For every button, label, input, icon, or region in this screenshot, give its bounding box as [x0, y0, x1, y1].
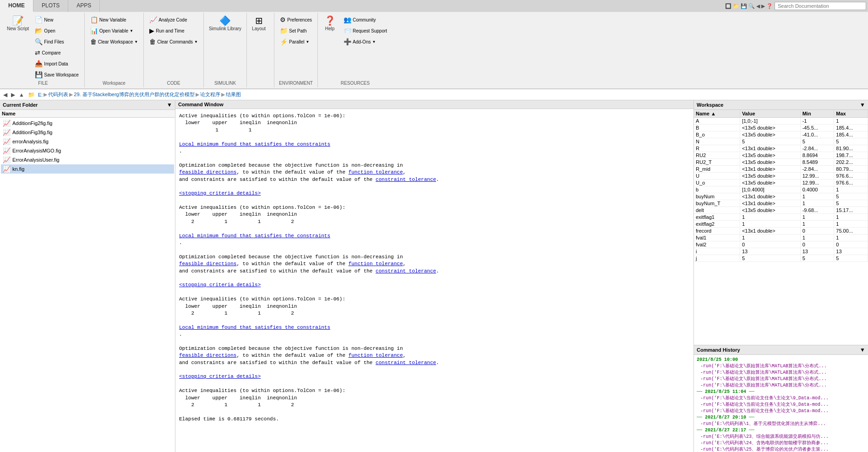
cmd-link[interactable]: constraint tolerance — [376, 360, 436, 365]
list-item[interactable]: -run('F:\基础论文\原始算法库\MATLAB算法库\分布式... — [696, 370, 866, 376]
nav-browse[interactable]: 📁 — [27, 92, 36, 98]
list-item[interactable]: -run('F:\基础论文\原始算法库\MATLAB算法库\分布式... — [696, 363, 866, 370]
list-item[interactable]: -run('F:\基础论文\当前论文任务\主论文\9_Data-mod... — [696, 395, 866, 402]
cmd-link[interactable]: feasible directions — [179, 169, 236, 175]
path-segment-3[interactable]: 29. 基于Stackelberg博弈的光伏用户群的优化定价模型 — [74, 91, 194, 98]
parallel-button[interactable]: ⚡ Parallel ▼ — [277, 37, 315, 47]
table-row[interactable]: exitflag1111 — [694, 214, 868, 221]
table-row[interactable]: b[1;0.4000]0.40001 — [694, 186, 868, 193]
clear-commands-button[interactable]: 🗑 Clear Commands ▼ — [147, 37, 201, 47]
table-row[interactable]: R<13x1 double>-2.84...81.90... — [694, 145, 868, 152]
table-row[interactable]: fval2000 — [694, 241, 868, 248]
cmd-link[interactable]: <stopping criteria details> — [179, 374, 261, 379]
analyze-code-button[interactable]: 📈 Analyze Code — [147, 15, 201, 25]
table-row[interactable]: delt<13x5 double>-9.68...15.17... — [694, 207, 868, 214]
table-row[interactable]: B<13x5 double>-45.5...185.4... — [694, 125, 868, 131]
cmd-link[interactable]: <stopping criteria details> — [179, 282, 261, 288]
tab-plots[interactable]: PLOTS — [33, 0, 68, 12]
nav-up[interactable]: ▲ — [17, 92, 26, 98]
new-script-button[interactable]: 📝 New Script — [5, 15, 31, 33]
tab-apps[interactable]: APPS — [68, 0, 100, 12]
path-segment-1[interactable]: E: — [38, 92, 43, 98]
list-item[interactable]: 📈 ErrorAnalysisMGO.fig — [1, 146, 174, 155]
list-item[interactable]: -run('E:\代码列表\25、基于博弈论的光伏户消者参主策... — [696, 447, 866, 452]
table-row[interactable]: frecord<13x1 double>075.00... — [694, 228, 868, 234]
cmd-link[interactable]: feasible directions — [179, 261, 236, 267]
command-window-content[interactable]: Active inequalities (to within options.T… — [175, 109, 693, 452]
table-row[interactable]: U<13x5 double>12.99...976.6... — [694, 173, 868, 180]
cmd-link[interactable]: function tolerance — [349, 261, 403, 267]
list-item[interactable]: ── 2021/8/27 22:17 ── — [696, 427, 866, 434]
run-and-time-button[interactable]: ▶ Run and Time — [147, 26, 201, 36]
request-support-button[interactable]: 📨 Request Support — [341, 26, 390, 36]
help-button[interactable]: ❓ Help — [321, 15, 339, 33]
table-row[interactable]: N555 — [694, 138, 868, 145]
list-item[interactable]: -run('F:\基础论文\原始算法库\MATLAB算法库\分布式... — [696, 382, 866, 389]
list-item[interactable]: -run('E:\代码列表\1、基于元模型优化算法的主从博弈... — [696, 421, 866, 427]
find-files-button[interactable]: 🔍 Find Files — [32, 37, 81, 47]
tab-home[interactable]: HOME — [0, 0, 33, 12]
table-row[interactable]: j555 — [694, 255, 868, 262]
history-content[interactable]: 2021/8/25 10:00-run('F:\基础论文\原始算法库\MATLA… — [694, 355, 868, 452]
cmd-link[interactable]: feasible directions — [179, 353, 236, 358]
table-row[interactable]: A[1,0;-1]-11 — [694, 118, 868, 125]
clear-workspace-button[interactable]: 🗑 Clear Workspace ▼ — [87, 37, 141, 47]
table-row[interactable]: buyNum<13x1 double>15 — [694, 193, 868, 200]
list-item[interactable]: 2021/8/25 10:00 — [696, 357, 866, 363]
list-item[interactable]: 📈 errorAnalysis.fig — [1, 137, 174, 146]
new-button[interactable]: 📄 New — [32, 15, 81, 25]
table-row[interactable]: fval1111 — [694, 234, 868, 241]
cmd-link[interactable]: function tolerance — [349, 353, 403, 358]
open-button[interactable]: 📂 Open — [32, 26, 81, 36]
table-row[interactable]: RU2_T<13x5 double>8.5489202.2... — [694, 159, 868, 166]
table-row[interactable]: B_o<13x5 double>-41.0...185.4... — [694, 131, 868, 138]
list-item[interactable]: -run('E:\代码列表\23、综合能源系统能源交易模拟与仿... — [696, 434, 866, 440]
cmd-link[interactable]: Local minimum found that satisfies the c… — [179, 325, 330, 330]
preferences-button[interactable]: ⚙ Preferences — [277, 15, 315, 25]
path-segment-4[interactable]: 论文程序 — [200, 91, 220, 98]
nav-forward[interactable]: ▶ — [10, 92, 16, 98]
col-header-max[interactable]: Max — [834, 110, 868, 118]
cmd-link[interactable]: Local minimum found that satisfies the c… — [179, 233, 330, 239]
table-row[interactable]: R_mid<13x1 double>-2.84...80.79... — [694, 166, 868, 173]
table-row[interactable]: i131313 — [694, 248, 868, 255]
list-item[interactable]: 📈 ErrorAnalysisUser.fig — [1, 155, 174, 164]
set-path-button[interactable]: 📁 Set Path — [277, 26, 315, 36]
path-segment-5[interactable]: 结果图 — [226, 91, 241, 98]
table-row[interactable]: RU2<13x5 double>8.8694198.7... — [694, 152, 868, 159]
layout-button[interactable]: ⊞ Layout — [250, 15, 268, 33]
cmd-link[interactable]: function tolerance — [349, 169, 403, 175]
col-header-value[interactable]: Value — [740, 110, 800, 118]
cmd-link[interactable]: Local minimum found that satisfies the c… — [179, 142, 330, 147]
list-item[interactable]: 📈 AdditionFig3fig.fig — [1, 128, 174, 137]
import-data-button[interactable]: 📥 Import Data — [32, 59, 81, 69]
list-item[interactable]: 📈 kn.fig — [1, 164, 174, 174]
search-documentation-input[interactable] — [775, 2, 866, 10]
path-segment-2[interactable]: 代码列表 — [48, 91, 68, 98]
list-item[interactable]: ── 2021/8/25 11:04 ── — [696, 389, 866, 395]
command-history-options[interactable]: ▼ — [860, 347, 865, 353]
list-item[interactable]: -run('F:\基础论文\当前论文任务\主论文\9_Data-mod... — [696, 402, 866, 408]
current-folder-options[interactable]: ▼ — [167, 102, 172, 108]
add-ons-button[interactable]: ➕ Add-Ons ▼ — [341, 37, 390, 47]
table-row[interactable]: U_o<13x5 double>12.99...976.6... — [694, 180, 868, 186]
cmd-link[interactable]: constraint tolerance — [376, 177, 436, 182]
community-button[interactable]: 👥 Community — [341, 15, 390, 25]
save-workspace-button[interactable]: 💾 Save Workspace — [32, 70, 81, 80]
list-item[interactable]: -run('E:\代码列表\24、含热电联供的智能楼宇群协商参... — [696, 440, 866, 447]
col-header-min[interactable]: Min — [800, 110, 834, 118]
list-item[interactable]: -run('F:\基础论文\原始算法库\MATLAB算法库\分布式... — [696, 376, 866, 382]
list-item[interactable]: 📈 AdditionFig2fig.fig — [1, 119, 174, 128]
col-header-name[interactable]: Name ▲ — [694, 110, 740, 118]
list-item[interactable]: -run('F:\基础论文\当前论文任务\主论文\9_Data-mod... — [696, 408, 866, 414]
nav-back[interactable]: ◀ — [2, 92, 9, 98]
list-item[interactable]: ── 2021/8/27 20:10 ── — [696, 414, 866, 421]
compare-button[interactable]: ⇄ Compare — [32, 48, 81, 58]
table-row[interactable]: exitflag2111 — [694, 221, 868, 228]
table-row[interactable]: buyNum_T<13x1 double>15 — [694, 200, 868, 207]
new-variable-button[interactable]: 📋 New Variable — [87, 15, 141, 25]
simulink-library-button[interactable]: 🔷 Simulink Library — [207, 15, 244, 33]
cmd-link[interactable]: constraint tolerance — [376, 268, 436, 274]
open-variable-button[interactable]: 📊 Open Variable ▼ — [87, 26, 141, 36]
workspace-options[interactable]: ▼ — [860, 102, 865, 108]
